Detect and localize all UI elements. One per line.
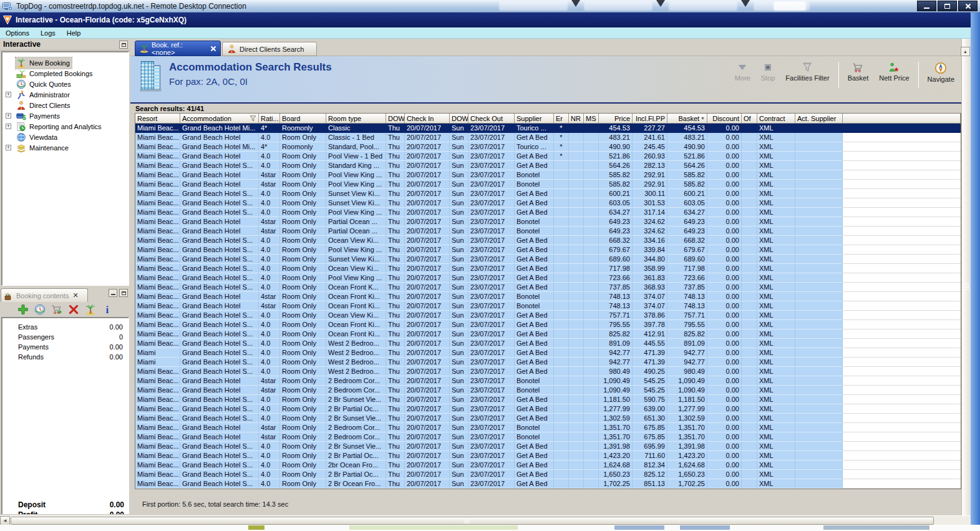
stop-button[interactable]: Stop [759, 61, 777, 83]
result-row[interactable]: Miami Beac...Grand Beach Hotel4starRoom … [135, 170, 961, 180]
result-row[interactable]: MiamiGrand Beach Hotel S...4.0Room OnlyW… [135, 358, 961, 367]
column-header-contract[interactable]: Contract [757, 114, 795, 124]
sidebar-item-reporting-and-analytics[interactable]: +Reporting and Analytics [2, 121, 129, 132]
result-row[interactable]: Miami Beac...Grand Beach Hotel4starRoom … [135, 292, 961, 301]
refresh-icon[interactable] [34, 304, 46, 315]
result-row[interactable]: Miami Beac...Grand Beach Hotel S...4.0Ro… [135, 339, 961, 348]
column-header-price[interactable]: Price [599, 114, 633, 124]
scrollbar-thumb[interactable] [11, 517, 934, 525]
column-header-dow[interactable]: DOW [450, 114, 468, 124]
result-row[interactable]: Miami Beac...Grand Beach Hotel S...4.0Ro… [135, 311, 961, 320]
sidebar-item-direct-clients[interactable]: Direct Clients [2, 100, 129, 110]
result-row[interactable]: MiamiGrand Beach Hotel S...4.0Room OnlyW… [135, 348, 961, 358]
sidebar-item-quick-quotes[interactable]: Quick Quotes [2, 79, 129, 89]
result-row[interactable]: Miami Beac...Grand Beach Hotel S...4.0Ro… [135, 208, 961, 217]
vertical-scrollbar[interactable] [961, 39, 971, 515]
sidebar-item-new-booking[interactable]: New Booking [2, 57, 129, 68]
column-header-of[interactable]: Of [742, 114, 757, 124]
booking-contents-close-icon[interactable]: ✕ [72, 291, 78, 300]
window-maximize-button[interactable] [938, 1, 957, 11]
palm-tree-icon[interactable] [85, 304, 96, 315]
result-row[interactable]: Miami Beac...Grand Beach Hotel S...4.0Ro… [135, 236, 961, 245]
booking-row-extras[interactable]: Extras0.00 [2, 322, 129, 332]
column-header-check-out[interactable]: Check Out [468, 114, 515, 124]
result-row[interactable]: Miami Beac...Grand Beach Hotel S...4.0Ro… [135, 479, 961, 489]
expand-plus-icon[interactable]: + [6, 145, 11, 150]
column-header-accommodation[interactable]: Accommodation [180, 114, 259, 124]
column-header-discount[interactable]: Discount [707, 114, 742, 124]
tab-direct-clients-search[interactable]: Direct Clients Search [222, 42, 317, 56]
result-row[interactable]: Miami Beac...Grand Beach Hotel Mi...4*Ro… [135, 142, 961, 152]
scrollbar-grip[interactable] [964, 282, 969, 291]
result-row[interactable]: Miami Beac...Grand Beach Hotel4starRoom … [135, 423, 961, 432]
delete-icon[interactable] [68, 304, 79, 315]
cart-transfer-icon[interactable] [51, 304, 62, 315]
column-header-nr[interactable]: NR [569, 114, 584, 124]
result-row[interactable]: Miami Beac...Grand Beach Hotel S...4.0Ro… [135, 460, 961, 470]
result-row[interactable]: Miami Beac...Grand Beach Hotel S...4.0Ro… [135, 189, 961, 198]
booking-row-refunds[interactable]: Refunds0.00 [2, 352, 129, 362]
column-header-room-type[interactable]: Room type [326, 114, 386, 124]
result-row[interactable]: Miami Beac...Grand Beach Hotel4starRoom … [135, 432, 961, 442]
info-icon[interactable]: i [102, 304, 113, 315]
column-header-act-supplier[interactable]: Act. Supplier [795, 114, 843, 124]
add-icon[interactable] [17, 304, 29, 315]
result-row[interactable]: Miami Beac...Grand Beach Hotel4.0Room On… [135, 133, 961, 142]
result-row[interactable]: Miami Beac...Grand Beach Hotel S...4.0Ro… [135, 245, 961, 255]
column-header-supplier[interactable]: Supplier [515, 114, 554, 124]
booking-contents-tab[interactable]: Booking contents ✕ [1, 288, 88, 302]
nett-price-button[interactable]: Nett Price [877, 61, 911, 83]
horizontal-scrollbar[interactable]: ◄ [0, 515, 971, 525]
result-row[interactable]: Miami Beac...Grand Beach Hotel S...4.0Ro… [135, 442, 961, 451]
scroll-left-button[interactable]: ◄ [0, 516, 10, 525]
result-row[interactable]: Miami Beac...Grand Beach Hotel4starRoom … [135, 301, 961, 311]
menu-help[interactable]: Help [61, 29, 87, 37]
booking-panel-maximize-button[interactable] [119, 289, 128, 297]
result-row[interactable]: Miami Beac...Grand Beach Hotel S...4.0Ro… [135, 283, 961, 292]
column-filter-icon[interactable] [250, 115, 256, 122]
result-row[interactable]: Miami Beac...Grand Beach Hotel4starRoom … [135, 386, 961, 395]
result-row[interactable]: Miami Beac...Grand Beach Hotel S...4.0Ro… [135, 470, 961, 479]
window-close-button[interactable] [958, 1, 978, 11]
result-row[interactable]: Miami Beac...Grand Beach Hotel4starRoom … [135, 217, 961, 227]
expand-plus-icon[interactable]: + [6, 113, 11, 119]
result-row[interactable]: Miami Beac...Grand Beach Hotel4starRoom … [135, 376, 961, 386]
column-header-ms[interactable]: MS [584, 114, 599, 124]
result-row[interactable]: Miami Beac...Grand Beach Hotel S...4.0Ro… [135, 273, 961, 283]
result-row[interactable]: Miami Beac...Grand Beach Hotel S...4.0Ro… [135, 404, 961, 414]
result-row[interactable]: Miami Beac...Grand Beach Hotel4.0Room On… [135, 152, 961, 161]
result-row[interactable]: Miami Beac...Grand Beach Hotel4starRoom … [135, 227, 961, 236]
result-row[interactable]: Miami Beac...Grand Beach Hotel S...4.0Ro… [135, 329, 961, 339]
sidebar-item-payments[interactable]: +$Payments [2, 110, 129, 121]
result-row[interactable]: Miami Beac...Grand Beach Hotel S...4.0Ro… [135, 320, 961, 329]
result-row[interactable]: Miami Beac...Grand Beach Hotel S...4.0Ro… [135, 161, 961, 170]
sidebar-item-viewdata[interactable]: Viewdata [2, 132, 129, 142]
expand-plus-icon[interactable]: + [6, 124, 11, 129]
basket-button[interactable]: Basket [846, 61, 871, 83]
tab-booking-ref[interactable]: Book. ref.: <none> [135, 41, 221, 56]
column-header-incl-fl-pp[interactable]: Incl.Fl.PP [633, 114, 667, 124]
column-header-check-in[interactable]: Check In [405, 114, 450, 124]
booking-row-payments[interactable]: Payments0.00 [2, 342, 129, 352]
menu-options[interactable]: Options [0, 29, 35, 37]
result-row[interactable]: Miami Beac...Grand Beach Hotel S...4.0Ro… [135, 451, 961, 460]
booking-row-passengers[interactable]: Passengers0 [2, 332, 129, 342]
result-row[interactable]: Miami Beac...Grand Beach Hotel S...4.0Ro… [135, 264, 961, 273]
expand-plus-icon[interactable]: + [6, 92, 11, 97]
tab-close-icon[interactable] [210, 45, 216, 52]
result-row[interactable]: Miami Beac...Grand Beach Hotel S...4.0Ro… [135, 198, 961, 208]
result-row[interactable]: Miami Beac...Grand Beach Hotel Mi...4*Ro… [135, 124, 961, 133]
sidebar-item-completed-bookings[interactable]: Completed Bookings [2, 68, 129, 79]
column-header-rati[interactable]: Rati... [259, 114, 280, 124]
booking-panel-minimize-button[interactable] [109, 289, 117, 297]
column-header-er[interactable]: Er [554, 114, 569, 124]
menu-logs[interactable]: Logs [35, 29, 61, 37]
result-row[interactable]: Miami Beac...Grand Beach Hotel S...4.0Ro… [135, 395, 961, 404]
facilities-filter-button[interactable]: Facilities Filter [784, 61, 831, 83]
column-header-basket[interactable]: Basket▼ [667, 114, 707, 124]
sidebar-item-administrator[interactable]: +Administrator [2, 89, 129, 100]
scroll-up-button[interactable]: ▲ [961, 47, 970, 56]
sidebar-collapse-button[interactable] [119, 41, 128, 49]
result-row[interactable]: Miami Beac...Grand Beach Hotel S...4.0Ro… [135, 414, 961, 423]
sidebar-item-maintenance[interactable]: +Maintenance [2, 142, 129, 153]
